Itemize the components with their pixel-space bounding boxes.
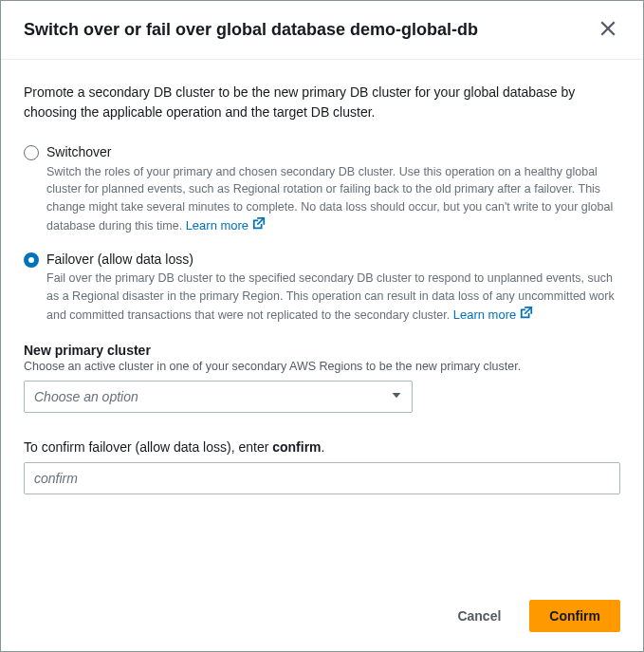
modal-dialog: Switch over or fail over global database… [0, 0, 644, 652]
modal-body: Promote a secondary DB cluster to be the… [1, 60, 643, 585]
close-icon [599, 20, 616, 40]
cancel-button[interactable]: Cancel [438, 600, 520, 632]
radio-title-failover: Failover (allow data loss) [46, 251, 620, 270]
modal-footer: Cancel Confirm [1, 585, 643, 651]
modal-header: Switch over or fail over global database… [1, 1, 643, 60]
radio-content: Switchover Switch the roles of your prim… [46, 143, 620, 235]
confirm-label: To confirm failover (allow data loss), e… [24, 439, 620, 455]
close-button[interactable] [596, 16, 620, 44]
confirm-suffix: . [322, 439, 325, 455]
radio-input-switchover[interactable] [24, 145, 39, 160]
radio-desc-switchover: Switch the roles of your primary and cho… [46, 163, 620, 235]
learn-more-switchover[interactable]: Learn more [186, 216, 266, 235]
learn-more-label: Learn more [186, 216, 248, 235]
operation-radio-group: Switchover Switch the roles of your prim… [24, 143, 620, 324]
modal-title: Switch over or fail over global database… [24, 19, 478, 41]
confirm-block: To confirm failover (allow data loss), e… [24, 439, 620, 494]
external-link-icon [252, 216, 266, 235]
switchover-desc-text: Switch the roles of your primary and cho… [46, 165, 613, 233]
select-placeholder: Choose an option [34, 389, 138, 404]
intro-text: Promote a secondary DB cluster to be the… [24, 83, 620, 122]
confirm-input[interactable] [24, 462, 620, 494]
radio-option-switchover[interactable]: Switchover Switch the roles of your prim… [24, 143, 620, 235]
learn-more-failover[interactable]: Learn more [453, 306, 533, 325]
radio-input-failover[interactable] [24, 252, 39, 268]
learn-more-label: Learn more [453, 306, 516, 325]
new-primary-select[interactable]: Choose an option [24, 381, 413, 413]
radio-option-failover[interactable]: Failover (allow data loss) Fail over the… [24, 251, 620, 325]
radio-title-switchover: Switchover [46, 143, 620, 162]
external-link-icon [520, 306, 533, 325]
radio-content: Failover (allow data loss) Fail over the… [46, 251, 620, 325]
new-primary-help: Choose an active cluster in one of your … [24, 360, 620, 373]
confirm-prefix: To confirm failover (allow data loss), e… [24, 439, 272, 455]
radio-desc-failover: Fail over the primary DB cluster to the … [46, 270, 620, 324]
new-primary-select-wrap: Choose an option [24, 381, 413, 413]
new-primary-block: New primary cluster Choose an active clu… [24, 343, 620, 413]
confirm-button[interactable]: Confirm [529, 600, 620, 632]
confirm-keyword: confirm [272, 439, 321, 455]
new-primary-label: New primary cluster [24, 343, 620, 358]
